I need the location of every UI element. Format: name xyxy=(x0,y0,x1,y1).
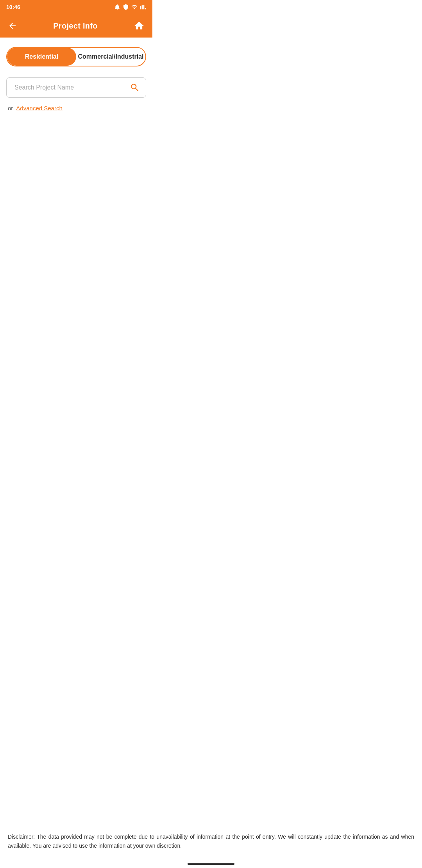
search-button[interactable] xyxy=(128,81,141,94)
status-bar: 10:46 xyxy=(0,0,152,14)
main-content: Residential Commercial/Industrial or Adv… xyxy=(0,38,152,121)
tab-commercial[interactable]: Commercial/Industrial xyxy=(76,48,145,66)
search-icon xyxy=(130,82,140,93)
back-button[interactable] xyxy=(6,20,19,32)
tab-switcher: Residential Commercial/Industrial xyxy=(6,47,146,66)
home-icon xyxy=(134,20,145,31)
home-button[interactable] xyxy=(132,19,146,33)
notification-icon xyxy=(114,4,120,10)
app-bar: Project Info xyxy=(0,14,152,38)
page-title: Project Info xyxy=(53,22,98,30)
or-label: or xyxy=(8,105,13,111)
wifi-icon xyxy=(131,4,138,10)
status-time: 10:46 xyxy=(6,4,20,10)
search-input[interactable] xyxy=(6,77,146,98)
advanced-search-button[interactable]: Advanced Search xyxy=(16,105,62,111)
search-options-row: or Advanced Search xyxy=(6,105,146,111)
tab-residential[interactable]: Residential xyxy=(7,48,76,66)
back-arrow-icon xyxy=(8,21,17,30)
shield-icon xyxy=(123,4,129,10)
signal-icon xyxy=(140,4,146,10)
status-icons xyxy=(114,4,146,10)
search-container xyxy=(6,77,146,98)
